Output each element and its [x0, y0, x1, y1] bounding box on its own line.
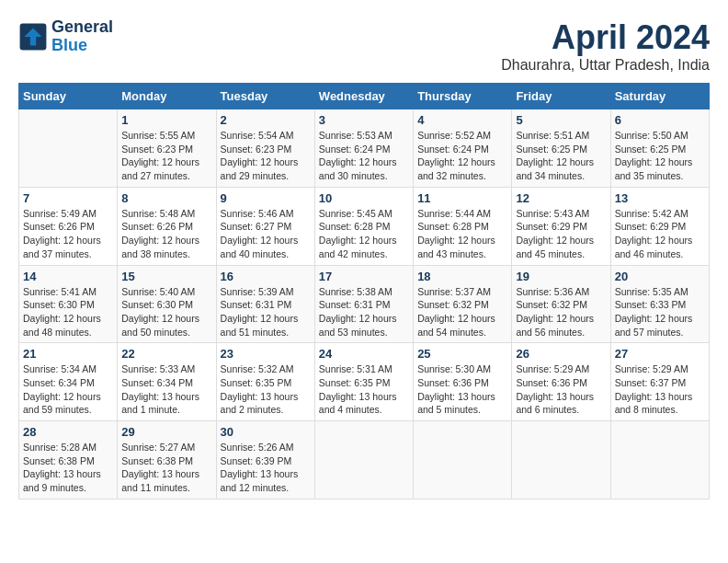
- header-row: SundayMondayTuesdayWednesdayThursdayFrid…: [19, 84, 710, 109]
- col-header-thursday: Thursday: [414, 84, 512, 109]
- calendar-cell: 25Sunrise: 5:30 AM Sunset: 6:36 PM Dayli…: [414, 343, 512, 421]
- calendar-table: SundayMondayTuesdayWednesdayThursdayFrid…: [18, 83, 710, 500]
- day-number: 13: [615, 191, 705, 205]
- col-header-wednesday: Wednesday: [314, 84, 413, 109]
- calendar-cell: 1Sunrise: 5:55 AM Sunset: 6:23 PM Daylig…: [118, 109, 216, 188]
- day-number: 7: [23, 191, 113, 205]
- day-number: 2: [221, 113, 311, 127]
- calendar-cell: [512, 421, 610, 500]
- day-number: 25: [417, 347, 507, 361]
- day-number: 8: [121, 191, 211, 205]
- day-info: Sunrise: 5:50 AM Sunset: 6:25 PM Dayligh…: [615, 129, 705, 183]
- day-info: Sunrise: 5:29 AM Sunset: 6:36 PM Dayligh…: [516, 362, 606, 417]
- day-number: 6: [615, 113, 705, 127]
- calendar-cell: 27Sunrise: 5:29 AM Sunset: 6:37 PM Dayli…: [610, 343, 709, 421]
- day-info: Sunrise: 5:45 AM Sunset: 6:28 PM Dayligh…: [319, 207, 409, 261]
- day-number: 16: [221, 270, 311, 283]
- day-info: Sunrise: 5:39 AM Sunset: 6:31 PM Dayligh…: [221, 285, 311, 339]
- logo-icon: [18, 22, 48, 52]
- day-info: Sunrise: 5:35 AM Sunset: 6:33 PM Dayligh…: [615, 285, 705, 339]
- calendar-cell: 22Sunrise: 5:33 AM Sunset: 6:34 PM Dayli…: [118, 343, 216, 421]
- day-number: 19: [516, 270, 606, 283]
- day-info: Sunrise: 5:32 AM Sunset: 6:35 PM Dayligh…: [221, 362, 311, 417]
- logo: General Blue: [18, 18, 113, 55]
- calendar-cell: [610, 421, 709, 500]
- day-info: Sunrise: 5:46 AM Sunset: 6:27 PM Dayligh…: [221, 207, 311, 261]
- day-info: Sunrise: 5:53 AM Sunset: 6:24 PM Dayligh…: [319, 129, 409, 183]
- day-info: Sunrise: 5:52 AM Sunset: 6:24 PM Dayligh…: [417, 129, 507, 183]
- col-header-saturday: Saturday: [610, 84, 709, 109]
- day-info: Sunrise: 5:41 AM Sunset: 6:30 PM Dayligh…: [23, 285, 113, 339]
- day-number: 26: [516, 347, 606, 361]
- calendar-cell: 20Sunrise: 5:35 AM Sunset: 6:33 PM Dayli…: [610, 265, 709, 343]
- day-number: 10: [319, 191, 409, 205]
- day-number: 18: [417, 270, 507, 283]
- day-number: 27: [615, 347, 705, 361]
- day-info: Sunrise: 5:34 AM Sunset: 6:34 PM Dayligh…: [23, 362, 113, 417]
- day-info: Sunrise: 5:51 AM Sunset: 6:25 PM Dayligh…: [516, 129, 606, 183]
- calendar-cell: 13Sunrise: 5:42 AM Sunset: 6:29 PM Dayli…: [610, 187, 709, 265]
- calendar-cell: 19Sunrise: 5:36 AM Sunset: 6:32 PM Dayli…: [512, 265, 610, 343]
- logo-text-general: General Blue: [51, 18, 113, 55]
- col-header-tuesday: Tuesday: [216, 84, 314, 109]
- calendar-cell: 12Sunrise: 5:43 AM Sunset: 6:29 PM Dayli…: [512, 187, 610, 265]
- calendar-cell: 4Sunrise: 5:52 AM Sunset: 6:24 PM Daylig…: [414, 109, 512, 188]
- page-header: General Blue April 2024 Dhaurahra, Uttar…: [18, 18, 710, 74]
- calendar-cell: 24Sunrise: 5:31 AM Sunset: 6:35 PM Dayli…: [314, 343, 413, 421]
- day-info: Sunrise: 5:33 AM Sunset: 6:34 PM Dayligh…: [121, 362, 211, 417]
- subtitle: Dhaurahra, Uttar Pradesh, India: [501, 57, 710, 74]
- title-area: April 2024 Dhaurahra, Uttar Pradesh, Ind…: [501, 18, 710, 74]
- day-number: 21: [23, 347, 113, 361]
- calendar-cell: 8Sunrise: 5:48 AM Sunset: 6:26 PM Daylig…: [118, 187, 216, 265]
- day-info: Sunrise: 5:43 AM Sunset: 6:29 PM Dayligh…: [516, 207, 606, 261]
- calendar-cell: 21Sunrise: 5:34 AM Sunset: 6:34 PM Dayli…: [19, 343, 118, 421]
- day-number: 17: [319, 270, 409, 283]
- day-info: Sunrise: 5:54 AM Sunset: 6:23 PM Dayligh…: [221, 129, 311, 183]
- calendar-cell: 14Sunrise: 5:41 AM Sunset: 6:30 PM Dayli…: [19, 265, 118, 343]
- day-info: Sunrise: 5:42 AM Sunset: 6:29 PM Dayligh…: [615, 207, 705, 261]
- day-number: 30: [221, 425, 311, 439]
- calendar-cell: [314, 421, 413, 500]
- calendar-cell: [19, 109, 118, 188]
- calendar-cell: 26Sunrise: 5:29 AM Sunset: 6:36 PM Dayli…: [512, 343, 610, 421]
- day-number: 9: [221, 191, 311, 205]
- col-header-friday: Friday: [512, 84, 610, 109]
- day-info: Sunrise: 5:31 AM Sunset: 6:35 PM Dayligh…: [319, 362, 409, 417]
- calendar-cell: 9Sunrise: 5:46 AM Sunset: 6:27 PM Daylig…: [216, 187, 314, 265]
- day-info: Sunrise: 5:36 AM Sunset: 6:32 PM Dayligh…: [516, 285, 606, 339]
- calendar-cell: 23Sunrise: 5:32 AM Sunset: 6:35 PM Dayli…: [216, 343, 314, 421]
- calendar-cell: 16Sunrise: 5:39 AM Sunset: 6:31 PM Dayli…: [216, 265, 314, 343]
- calendar-cell: 3Sunrise: 5:53 AM Sunset: 6:24 PM Daylig…: [314, 109, 413, 188]
- day-info: Sunrise: 5:44 AM Sunset: 6:28 PM Dayligh…: [417, 207, 507, 261]
- calendar-cell: 2Sunrise: 5:54 AM Sunset: 6:23 PM Daylig…: [216, 109, 314, 188]
- calendar-cell: 7Sunrise: 5:49 AM Sunset: 6:26 PM Daylig…: [19, 187, 118, 265]
- day-number: 4: [417, 113, 507, 127]
- day-number: 1: [121, 113, 211, 127]
- day-info: Sunrise: 5:27 AM Sunset: 6:38 PM Dayligh…: [121, 441, 211, 495]
- week-row-1: 1Sunrise: 5:55 AM Sunset: 6:23 PM Daylig…: [19, 109, 710, 188]
- col-header-sunday: Sunday: [19, 84, 118, 109]
- calendar-cell: 28Sunrise: 5:28 AM Sunset: 6:38 PM Dayli…: [19, 421, 118, 500]
- day-info: Sunrise: 5:40 AM Sunset: 6:30 PM Dayligh…: [121, 285, 211, 339]
- day-number: 29: [121, 425, 211, 439]
- day-info: Sunrise: 5:29 AM Sunset: 6:37 PM Dayligh…: [615, 362, 705, 417]
- day-number: 11: [417, 191, 507, 205]
- week-row-2: 7Sunrise: 5:49 AM Sunset: 6:26 PM Daylig…: [19, 187, 710, 265]
- day-info: Sunrise: 5:55 AM Sunset: 6:23 PM Dayligh…: [121, 129, 211, 183]
- calendar-cell: 30Sunrise: 5:26 AM Sunset: 6:39 PM Dayli…: [216, 421, 314, 500]
- day-info: Sunrise: 5:26 AM Sunset: 6:39 PM Dayligh…: [221, 441, 311, 495]
- day-number: 20: [615, 270, 705, 283]
- day-number: 24: [319, 347, 409, 361]
- day-info: Sunrise: 5:28 AM Sunset: 6:38 PM Dayligh…: [23, 441, 113, 495]
- calendar-cell: 29Sunrise: 5:27 AM Sunset: 6:38 PM Dayli…: [118, 421, 216, 500]
- week-row-4: 21Sunrise: 5:34 AM Sunset: 6:34 PM Dayli…: [19, 343, 710, 421]
- day-info: Sunrise: 5:49 AM Sunset: 6:26 PM Dayligh…: [23, 207, 113, 261]
- day-info: Sunrise: 5:37 AM Sunset: 6:32 PM Dayligh…: [417, 285, 507, 339]
- calendar-cell: 18Sunrise: 5:37 AM Sunset: 6:32 PM Dayli…: [414, 265, 512, 343]
- day-number: 28: [23, 425, 113, 439]
- calendar-cell: 5Sunrise: 5:51 AM Sunset: 6:25 PM Daylig…: [512, 109, 610, 188]
- day-number: 3: [319, 113, 409, 127]
- day-info: Sunrise: 5:30 AM Sunset: 6:36 PM Dayligh…: [417, 362, 507, 417]
- day-number: 23: [221, 347, 311, 361]
- day-info: Sunrise: 5:48 AM Sunset: 6:26 PM Dayligh…: [121, 207, 211, 261]
